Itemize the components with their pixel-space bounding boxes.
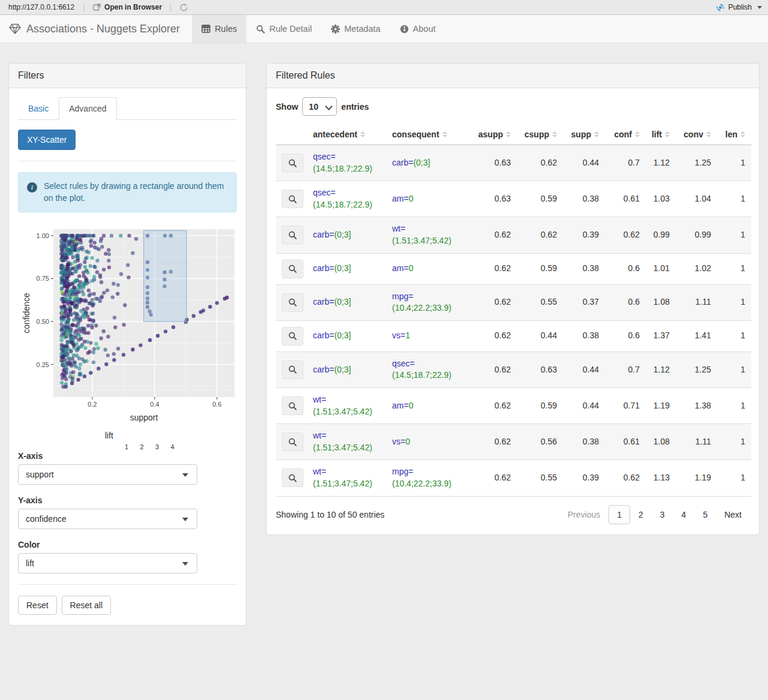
table-row: carb=(0;3]vs=10.620.440.380.61.371.411 bbox=[276, 320, 751, 351]
publish-button[interactable]: Publish bbox=[716, 3, 762, 12]
sort-icon bbox=[635, 131, 640, 137]
inspect-rule-button[interactable] bbox=[282, 260, 303, 278]
table-row: qsec=(14.5;18.7;22.9)carb=(0;3]0.630.620… bbox=[276, 145, 751, 181]
svg-text:0.4: 0.4 bbox=[150, 401, 159, 408]
open-in-browser-button[interactable]: Open in Browser bbox=[88, 3, 167, 11]
header-cell-len[interactable]: len bbox=[717, 124, 751, 145]
navbar-tab-rules[interactable]: Rules bbox=[192, 15, 246, 43]
header-cell-actions bbox=[276, 124, 307, 145]
inspect-rule-button[interactable] bbox=[282, 226, 303, 244]
len-cell: 1 bbox=[717, 320, 751, 351]
pagination-previous[interactable]: Previous bbox=[559, 505, 609, 524]
header-cell-lift[interactable]: lift bbox=[646, 124, 676, 145]
reset-all-button[interactable]: Reset all bbox=[62, 596, 111, 615]
conf-cell: 0.71 bbox=[605, 387, 646, 423]
navbar-tab-label: Rules bbox=[215, 24, 237, 34]
inspect-rule-button[interactable] bbox=[282, 327, 303, 346]
inspect-rule-button[interactable] bbox=[282, 432, 303, 451]
chevron-down-icon bbox=[182, 518, 188, 521]
header-cell-antecedent[interactable]: antecedent bbox=[307, 124, 386, 145]
navbar-tab-label: Rule Detail bbox=[269, 24, 312, 34]
pagination: Previous12345Next bbox=[559, 505, 750, 524]
conf-cell: 0.7 bbox=[605, 351, 646, 387]
pagination-page-3[interactable]: 3 bbox=[652, 505, 673, 524]
asupp-cell: 0.62 bbox=[470, 284, 517, 320]
inspect-rule-button[interactable] bbox=[282, 396, 303, 415]
supp-cell: 0.38 bbox=[563, 253, 605, 284]
asupp-cell: 0.62 bbox=[470, 424, 517, 460]
info-icon bbox=[400, 25, 409, 34]
app-navbar: Associations - Nuggets Explorer RulesRul… bbox=[0, 15, 768, 43]
magnifier-icon bbox=[288, 401, 297, 411]
asupp-cell: 0.62 bbox=[470, 320, 517, 351]
pagination-page-1[interactable]: 1 bbox=[609, 505, 630, 524]
consequent-cell: am=0 bbox=[386, 253, 470, 284]
inspect-rule-button[interactable] bbox=[282, 293, 303, 312]
navbar-tab-metadata[interactable]: Metadata bbox=[321, 15, 390, 43]
table-row: carb=(0;3]am=00.620.590.380.61.011.021 bbox=[276, 253, 751, 284]
magnifier-icon bbox=[288, 158, 297, 168]
magnifier-icon bbox=[288, 298, 297, 307]
asupp-cell: 0.63 bbox=[470, 181, 517, 217]
svg-text:0.6: 0.6 bbox=[212, 401, 221, 408]
csupp-cell: 0.62 bbox=[517, 217, 563, 253]
xy-scatter-button[interactable]: XY-Scatter bbox=[18, 130, 76, 150]
pagination-page-5[interactable]: 5 bbox=[694, 505, 716, 524]
conv-cell: 0.99 bbox=[676, 217, 717, 253]
len-cell: 1 bbox=[717, 253, 751, 284]
conf-cell: 0.6 bbox=[605, 253, 646, 284]
antecedent-cell: qsec=(14.5;18.7;22.9) bbox=[307, 145, 386, 181]
pagination-next[interactable]: Next bbox=[716, 505, 750, 524]
filters-tab-advanced[interactable]: Advanced bbox=[59, 97, 116, 120]
y-axis-select[interactable]: confidence bbox=[18, 509, 197, 529]
lift-cell: 1.03 bbox=[646, 181, 676, 217]
header-cell-conv[interactable]: conv bbox=[676, 124, 717, 145]
colorbar-tick-label: 3 bbox=[155, 443, 159, 450]
header-cell-conf[interactable]: conf bbox=[605, 124, 646, 145]
reset-button[interactable]: Reset bbox=[18, 596, 57, 615]
inspect-rule-button[interactable] bbox=[282, 190, 303, 208]
svg-text:0.25: 0.25 bbox=[37, 360, 49, 368]
navbar-tab-about[interactable]: About bbox=[390, 15, 445, 43]
conv-cell: 1.38 bbox=[676, 387, 717, 423]
main-content: Filters BasicAdvanced XY-Scatter i Selec… bbox=[0, 43, 768, 626]
lift-cell: 0.99 bbox=[646, 217, 676, 253]
inspect-rule-button[interactable] bbox=[282, 468, 303, 487]
lift-color-legend: lift 1234 bbox=[98, 429, 237, 440]
reload-icon[interactable] bbox=[174, 3, 193, 12]
entries-label: entries bbox=[341, 102, 369, 112]
len-cell: 1 bbox=[717, 217, 751, 253]
color-select[interactable]: lift bbox=[18, 553, 197, 573]
y-axis-label: Y-axis bbox=[18, 495, 237, 505]
sort-icon bbox=[442, 131, 447, 137]
gem-icon bbox=[9, 23, 21, 34]
conv-cell: 1.11 bbox=[676, 284, 717, 320]
len-cell: 1 bbox=[717, 424, 751, 460]
page-length-select[interactable]: 10 bbox=[302, 97, 337, 116]
supp-cell: 0.44 bbox=[563, 351, 605, 387]
csupp-cell: 0.63 bbox=[517, 351, 563, 387]
header-cell-csupp[interactable]: csupp bbox=[517, 124, 563, 145]
filters-tab-basic[interactable]: Basic bbox=[18, 97, 59, 120]
scatter-plot[interactable]: 0.20.40.60.250.500.751.00supportconfiden… bbox=[21, 224, 237, 423]
pagination-page-4[interactable]: 4 bbox=[673, 505, 695, 524]
header-cell-asupp[interactable]: asupp bbox=[470, 124, 517, 145]
len-cell: 1 bbox=[717, 284, 751, 320]
inspect-rule-button[interactable] bbox=[282, 360, 303, 379]
table-icon bbox=[201, 25, 210, 33]
conf-cell: 0.6 bbox=[605, 320, 646, 351]
color-label: Color bbox=[18, 540, 237, 549]
table-row: carb=(0;3]qsec=(14.5;18.7;22.9)0.620.630… bbox=[276, 351, 751, 387]
pagination-page-2[interactable]: 2 bbox=[630, 505, 652, 524]
lift-cell: 1.01 bbox=[646, 253, 676, 284]
asupp-cell: 0.63 bbox=[470, 145, 517, 181]
inspect-rule-button[interactable] bbox=[282, 154, 303, 172]
csupp-cell: 0.59 bbox=[517, 181, 563, 217]
conv-cell: 1.04 bbox=[676, 181, 717, 217]
show-label: Show bbox=[276, 102, 298, 112]
x-axis-select[interactable]: support bbox=[18, 464, 197, 485]
header-cell-supp[interactable]: supp bbox=[563, 124, 605, 145]
navbar-tab-rule-detail[interactable]: Rule Detail bbox=[246, 15, 321, 43]
header-cell-consequent[interactable]: consequent bbox=[386, 124, 470, 145]
len-cell: 1 bbox=[717, 460, 751, 496]
